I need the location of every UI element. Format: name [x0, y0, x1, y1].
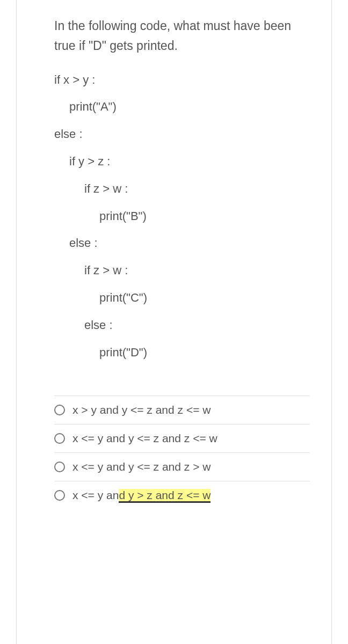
code-line: if z > w : — [54, 262, 310, 279]
code-line: print("C") — [54, 290, 310, 306]
option-b[interactable]: x <= y and y <= z and z <= w — [54, 424, 310, 452]
question-prompt: In the following code, what must have be… — [54, 16, 310, 56]
code-line: else : — [54, 126, 310, 143]
option-label: x > y and y <= z and z <= w — [73, 404, 211, 416]
radio-icon — [54, 405, 65, 415]
options-section: x > y and y <= z and z <= w x <= y and y… — [54, 396, 310, 509]
code-line: print("A") — [54, 99, 310, 115]
option-label: x <= y and y <= z and z > w — [73, 460, 211, 473]
option-label: x <= y and y <= z and z <= w — [73, 432, 218, 445]
code-line: else : — [54, 317, 310, 334]
question-container: In the following code, what must have be… — [16, 0, 332, 644]
code-line: else : — [54, 235, 310, 252]
option-d[interactable]: x <= y and y > z and z <= w — [54, 481, 310, 509]
highlighted-text: d y > z and z <= w — [119, 489, 211, 503]
code-line: if x > y : — [54, 72, 310, 89]
code-line: print("D") — [54, 345, 310, 361]
option-c[interactable]: x <= y and y <= z and z > w — [54, 452, 310, 481]
code-line: if z > w : — [54, 181, 310, 197]
code-block: if x > y : print("A") else : if y > z : … — [54, 72, 310, 361]
option-label: x <= y and y > z and z <= w — [73, 489, 211, 502]
radio-icon — [54, 462, 65, 472]
code-line: if y > z : — [54, 153, 310, 170]
code-line: print("B") — [54, 208, 310, 225]
option-a[interactable]: x > y and y <= z and z <= w — [54, 396, 310, 424]
radio-icon — [54, 490, 65, 501]
radio-icon — [54, 433, 65, 444]
